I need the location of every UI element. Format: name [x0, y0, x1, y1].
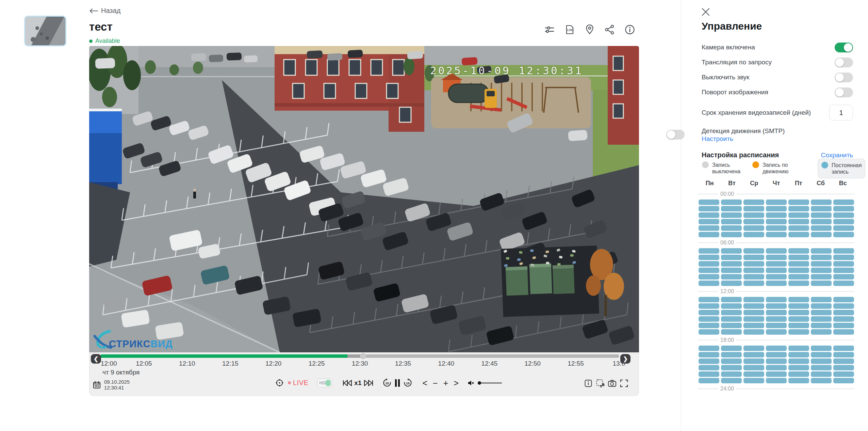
schedule-cell[interactable]	[721, 303, 742, 309]
schedule-cell[interactable]	[743, 358, 764, 364]
schedule-cell[interactable]	[833, 248, 854, 254]
schedule-cell[interactable]	[699, 274, 719, 280]
legend-item[interactable]: Запись по движению	[749, 159, 799, 178]
skip-forward-15-button[interactable]: 15	[403, 378, 412, 387]
schedule-cell[interactable]	[721, 378, 742, 383]
schedule-cell[interactable]	[811, 206, 832, 211]
schedule-cell[interactable]	[743, 255, 764, 260]
schedule-cell[interactable]	[811, 199, 832, 205]
zoom-in-button[interactable]: +	[443, 379, 448, 387]
schedule-cell[interactable]	[699, 248, 719, 254]
schedule-cell[interactable]	[833, 255, 854, 260]
schedule-cell[interactable]	[699, 297, 719, 302]
schedule-cell[interactable]	[788, 303, 809, 309]
retention-days-input[interactable]	[829, 105, 853, 121]
schedule-save-link[interactable]: Сохранить	[821, 151, 853, 159]
schedule-cell[interactable]	[811, 261, 832, 267]
schedule-cell[interactable]	[788, 261, 809, 267]
day-label[interactable]: Чт	[765, 180, 787, 187]
schedule-cell[interactable]	[699, 346, 719, 351]
schedule-cell[interactable]	[833, 329, 854, 335]
playback-speed[interactable]: x1	[354, 379, 361, 387]
schedule-cell[interactable]	[721, 212, 742, 218]
volume-slider[interactable]	[478, 381, 502, 385]
mute-button[interactable]	[468, 380, 474, 386]
schedule-cell[interactable]	[766, 371, 787, 377]
schedule-cell[interactable]	[699, 219, 719, 224]
frame-step-back-button[interactable]: <	[423, 379, 428, 387]
schedule-cell[interactable]	[833, 225, 854, 231]
schedule-cell[interactable]	[699, 255, 719, 260]
schedule-cell[interactable]	[833, 206, 854, 211]
day-label[interactable]: Пн	[699, 180, 721, 187]
schedule-cell[interactable]	[833, 378, 854, 383]
snapshot-button[interactable]	[608, 379, 617, 388]
schedule-cell[interactable]	[788, 352, 809, 357]
schedule-cell[interactable]	[811, 352, 832, 357]
schedule-cell[interactable]	[743, 268, 764, 273]
schedule-cell[interactable]	[721, 310, 742, 315]
export-clip-button[interactable]	[596, 379, 605, 388]
schedule-cell[interactable]	[833, 261, 854, 267]
rewind-button[interactable]	[342, 379, 353, 387]
fullscreen-button[interactable]	[620, 379, 628, 388]
schedule-cell[interactable]	[766, 261, 787, 267]
log-button[interactable]: LOG	[564, 24, 575, 35]
schedule-cell[interactable]	[811, 329, 832, 335]
schedule-cell[interactable]	[699, 358, 719, 364]
schedule-cell[interactable]	[811, 219, 832, 224]
info-button[interactable]	[624, 24, 636, 35]
schedule-cell[interactable]	[721, 268, 742, 273]
stream-settings-button[interactable]	[544, 24, 555, 35]
schedule-cell[interactable]	[721, 281, 742, 286]
schedule-cell[interactable]	[721, 365, 742, 370]
fast-forward-button[interactable]	[363, 379, 374, 387]
schedule-cell[interactable]	[788, 316, 809, 322]
schedule-cell[interactable]	[721, 261, 742, 267]
schedule-cell[interactable]	[766, 274, 787, 280]
schedule-cell[interactable]	[699, 310, 719, 315]
schedule-cell[interactable]	[766, 358, 787, 364]
schedule-cell[interactable]	[766, 268, 787, 273]
schedule-cell[interactable]	[699, 212, 719, 218]
schedule-cell[interactable]	[811, 274, 832, 280]
motion-configure-link[interactable]: Настроить	[702, 135, 733, 143]
day-label[interactable]: Пт	[787, 180, 809, 187]
video-frame[interactable]: 2025-10-09 12:30:31 СТРИКСВИД	[89, 46, 639, 352]
schedule-cell[interactable]	[766, 365, 787, 370]
schedule-cell[interactable]	[833, 303, 854, 309]
schedule-cell[interactable]	[699, 232, 719, 237]
schedule-cell[interactable]	[721, 352, 742, 357]
schedule-cell[interactable]	[766, 310, 787, 315]
schedule-cell[interactable]	[766, 248, 787, 254]
schedule-cell[interactable]	[766, 225, 787, 231]
schedule-cell[interactable]	[743, 303, 764, 309]
schedule-cell[interactable]	[833, 323, 854, 328]
datetime-picker[interactable]: 09.10.2025 12:30:41	[93, 379, 130, 390]
schedule-cell[interactable]	[788, 274, 809, 280]
schedule-cell[interactable]	[811, 371, 832, 377]
schedule-cell[interactable]	[699, 281, 719, 286]
schedule-cell[interactable]	[788, 225, 809, 231]
schedule-cell[interactable]	[721, 232, 742, 237]
schedule-cell[interactable]	[743, 297, 764, 302]
schedule-cell[interactable]	[833, 212, 854, 218]
schedule-cell[interactable]	[721, 255, 742, 260]
schedule-cell[interactable]	[721, 206, 742, 211]
setting-toggle[interactable]	[835, 73, 853, 82]
schedule-cell[interactable]	[699, 268, 719, 273]
schedule-cell[interactable]	[766, 255, 787, 260]
schedule-cell[interactable]	[743, 323, 764, 328]
schedule-cell[interactable]	[699, 323, 719, 328]
schedule-cell[interactable]	[743, 365, 764, 370]
day-label[interactable]: Вт	[721, 180, 743, 187]
schedule-cell[interactable]	[766, 281, 787, 286]
schedule-cell[interactable]	[833, 346, 854, 351]
schedule-cell[interactable]	[721, 219, 742, 224]
schedule-cell[interactable]	[766, 378, 787, 383]
schedule-cell[interactable]	[699, 225, 719, 231]
schedule-cell[interactable]	[721, 199, 742, 205]
schedule-cell[interactable]	[743, 219, 764, 224]
schedule-cell[interactable]	[833, 297, 854, 302]
schedule-cell[interactable]	[788, 371, 809, 377]
